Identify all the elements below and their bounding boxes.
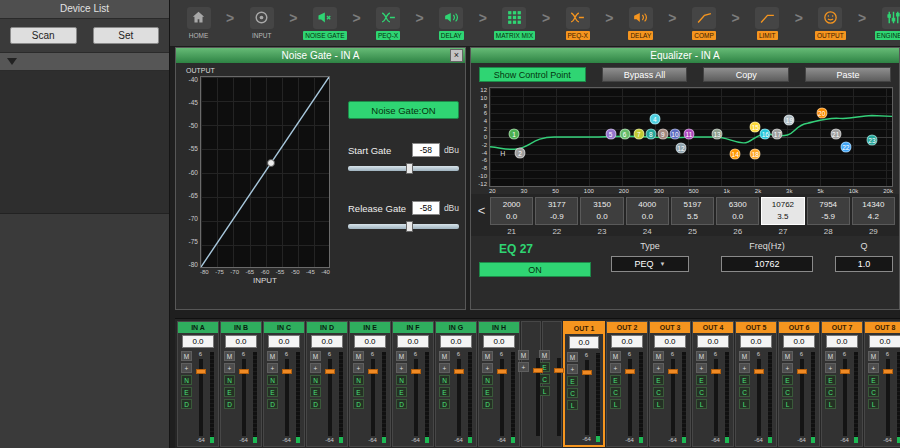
eq-point-2[interactable]: 2 <box>515 147 526 158</box>
channel-button-e[interactable]: E <box>353 387 364 397</box>
band-cell-21[interactable]: 20000.021 <box>490 197 533 236</box>
channel-button-m[interactable]: M <box>310 351 321 361</box>
toolbar-item-home[interactable]: HOME <box>172 7 225 40</box>
toolbar-item-peq-x[interactable]: PEQ-X <box>551 7 604 40</box>
channel-button-n[interactable]: N <box>439 375 450 385</box>
channel-gain-value[interactable]: 0.0 <box>783 335 815 348</box>
channel-button-n[interactable]: N <box>267 375 278 385</box>
band-values[interactable]: 7954-5.9 <box>807 197 850 225</box>
fader-handle[interactable] <box>411 369 421 374</box>
band-values[interactable]: 3177-0.9 <box>535 197 578 225</box>
fader-track[interactable] <box>557 358 561 436</box>
fader-track[interactable] <box>671 359 675 436</box>
channel-button-plus[interactable]: + <box>696 363 707 373</box>
eq-point-18[interactable]: 18 <box>750 148 761 159</box>
fader-handle[interactable] <box>754 369 764 374</box>
channel-button-plus[interactable]: + <box>439 363 450 373</box>
eq-point-19[interactable]: 19 <box>784 115 795 126</box>
release-gate-slider-handle[interactable] <box>406 221 413 232</box>
fader-handle[interactable] <box>883 369 893 374</box>
channel-button-m[interactable]: M <box>539 350 550 360</box>
toolbar-item-engineer[interactable]: ENGINEER <box>867 7 900 40</box>
channel-button-e[interactable]: E <box>439 387 450 397</box>
channel-strip-in-f[interactable]: IN F0.0M+NED6-64 <box>392 321 434 447</box>
channel-button-n[interactable]: N <box>396 375 407 385</box>
fader-track[interactable] <box>457 359 461 436</box>
start-gate-value[interactable]: -58 <box>412 143 440 157</box>
channel-button-plus[interactable]: + <box>353 363 364 373</box>
channel-gain-value[interactable]: 0.0 <box>440 335 472 348</box>
channel-button-e[interactable]: E <box>825 375 836 385</box>
channel-button-plus[interactable]: + <box>567 364 578 374</box>
channel-button-e[interactable]: E <box>696 375 707 385</box>
channel-button-e[interactable]: E <box>267 387 278 397</box>
toolbar-item-matrix-mix[interactable]: MATRIX MIX <box>488 7 541 40</box>
channel-button-plus[interactable]: + <box>782 363 793 373</box>
fader-track[interactable] <box>886 359 890 436</box>
eq-point-7[interactable]: 7 <box>633 129 644 140</box>
channel-button-d[interactable]: D <box>310 399 321 409</box>
eq-point-9[interactable]: 9 <box>657 129 668 140</box>
eq-point-22[interactable]: 22 <box>840 141 851 152</box>
type-dropdown[interactable]: PEQ ▼ <box>611 256 689 272</box>
fader-handle[interactable] <box>368 369 378 374</box>
channel-button-l[interactable]: L <box>825 399 836 409</box>
threshold-handle[interactable] <box>267 159 275 167</box>
eq-point-1[interactable]: 1 <box>509 129 520 140</box>
eq-point-12[interactable]: 12 <box>675 142 686 153</box>
channel-button-e[interactable]: E <box>224 387 235 397</box>
channel-button-m[interactable]: M <box>482 351 493 361</box>
channel-gain-value[interactable]: 0.0 <box>697 335 729 348</box>
channel-strip-in-d[interactable]: IN D0.0M+NED6-64 <box>306 321 348 447</box>
channel-strip-master[interactable]: MECL <box>542 321 562 447</box>
band-cell-27[interactable]: 107623.527 <box>761 197 804 236</box>
channel-button-m[interactable]: M <box>267 351 278 361</box>
channel-button-c[interactable]: C <box>739 387 750 397</box>
channel-button-m[interactable]: M <box>518 350 529 360</box>
fader-handle[interactable] <box>582 370 592 375</box>
channel-button-l[interactable]: L <box>782 399 793 409</box>
eq-point-4[interactable]: 4 <box>649 114 660 125</box>
bypass-all-button[interactable]: Bypass All <box>602 67 688 82</box>
channel-button-d[interactable]: D <box>224 399 235 409</box>
channel-gain-value[interactable]: 0.0 <box>483 335 515 348</box>
channel-button-e[interactable]: E <box>181 387 192 397</box>
toolbar-item-input[interactable]: INPUT <box>235 7 288 40</box>
channel-strip-out-6[interactable]: OUT 60.0M+ECL6-64 <box>778 321 820 447</box>
paste-button[interactable]: Paste <box>805 67 891 82</box>
channel-button-l[interactable]: L <box>696 399 707 409</box>
fader-handle[interactable] <box>239 369 249 374</box>
eq-point-21[interactable]: 21 <box>830 129 841 140</box>
fader-track[interactable] <box>585 360 589 435</box>
band-cell-24[interactable]: 40000.024 <box>626 197 669 236</box>
band-values[interactable]: 143404.2 <box>852 197 895 225</box>
fader-track[interactable] <box>328 359 332 436</box>
noise-gate-on-button[interactable]: Noise Gate:ON <box>348 101 459 119</box>
channel-button-d[interactable]: D <box>181 399 192 409</box>
channel-strip-out-5[interactable]: OUT 50.0M+ECL6-64 <box>735 321 777 447</box>
freq-input[interactable]: 10762 <box>721 256 813 272</box>
band-values[interactable]: 31500.0 <box>580 197 623 225</box>
fader-handle[interactable] <box>625 369 635 374</box>
fader-track[interactable] <box>414 359 418 436</box>
device-list-expander[interactable] <box>0 52 169 71</box>
eq-point-10[interactable]: 10 <box>669 129 680 140</box>
channel-button-e[interactable]: E <box>610 375 621 385</box>
channel-button-c[interactable]: C <box>696 387 707 397</box>
eq-point-6[interactable]: 6 <box>619 129 630 140</box>
fader-track[interactable] <box>242 359 246 436</box>
channel-button-d[interactable]: D <box>267 399 278 409</box>
channel-strip-out-4[interactable]: OUT 40.0M+ECL6-64 <box>692 321 734 447</box>
release-gate-slider[interactable] <box>348 224 459 229</box>
channel-button-plus[interactable]: + <box>482 363 493 373</box>
channel-button-m[interactable]: M <box>696 351 707 361</box>
channel-button-c[interactable]: C <box>567 388 578 398</box>
eq-point-16[interactable]: 16 <box>760 129 771 140</box>
channel-button-m[interactable]: M <box>610 351 621 361</box>
channel-button-d[interactable]: D <box>353 399 364 409</box>
channel-button-m[interactable]: M <box>181 351 192 361</box>
band-cell-22[interactable]: 3177-0.922 <box>535 197 578 236</box>
channel-button-plus[interactable]: + <box>518 362 529 372</box>
channel-strip-in-h[interactable]: IN H0.0M+NED6-64 <box>478 321 520 447</box>
channel-gain-value[interactable]: 0.0 <box>869 335 900 348</box>
